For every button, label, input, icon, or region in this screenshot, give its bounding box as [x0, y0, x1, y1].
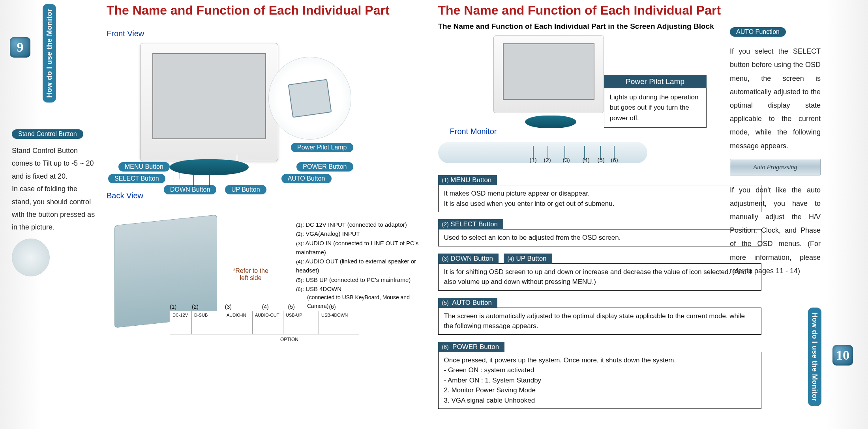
label-power-pilot-lamp: Power Pilot Lamp — [291, 143, 353, 152]
right-page-subtitle: The Name and Function of Each Individual… — [438, 22, 762, 31]
port-strip: DC-12V D-SUB AUDIO-IN AUDIO-OUT USB-UP U… — [170, 311, 359, 334]
port-strip-numbers: (1) (2) (3) (4) (5) (6) — [170, 304, 359, 310]
front-view-figure: Power Pilot Lamp POWER Button AUTO Butto… — [107, 43, 422, 189]
ppl-body: Lights up during the opera­tion but goes… — [604, 88, 707, 128]
label-select-button: SELECT Button — [108, 174, 165, 183]
front-view-caption: Front View — [107, 29, 144, 38]
stand-control-image — [12, 239, 50, 276]
button-strip: (1) (2) (3) (4) (5) (6) — [438, 142, 647, 166]
label-down-button: DOWN Button — [164, 185, 216, 194]
section-tab-left: How do I use the Monitor — [43, 4, 56, 103]
auto-function-heading: AUTO Function — [730, 27, 786, 37]
sidebar-auto-function: AUTO Function If you select the SELECT b… — [730, 25, 821, 278]
monitor-front-image — [140, 43, 278, 161]
label-menu-button: MENU Button — [118, 162, 170, 172]
front-monitor-caption: Front Monitor — [450, 127, 497, 136]
stand-control-body: Stand Control Button comes to Tilt up to… — [12, 144, 99, 234]
back-view-figure: *Refer to the left side (1): DC 12V INPU… — [107, 212, 422, 378]
callout-down-up-button: (3) DOWN Button (4) UP Button It is for … — [438, 254, 762, 291]
front-monitor-image — [493, 35, 604, 128]
power-pilot-lamp-callout: Power Pilot Lamp Lights up during the op… — [604, 75, 707, 128]
label-auto-button: AUTO Button — [281, 174, 332, 183]
callout-menu-button: (1) MENU Button It makes OSD menu pictur… — [438, 175, 762, 212]
auto-function-body2: If you don't like the auto adjustment, y… — [730, 183, 821, 278]
port-strip-option-caption: OPTION — [280, 337, 298, 342]
page-number-left: 9 — [10, 37, 30, 58]
callout-auto-button: (5) AUTO Button The screen is automatica… — [438, 298, 762, 335]
auto-function-body1: If you select the SELECT button before u… — [730, 45, 821, 153]
refer-note: *Refer to the left side — [229, 267, 272, 282]
stand-control-heading: Stand Control Button — [12, 129, 83, 139]
left-page-title: The Name and Function of Each Individual… — [107, 2, 422, 18]
callout-power-button: (6) POWER Button Once pressed, it powers… — [438, 342, 762, 409]
sidebar-stand-control: Stand Control Button Stand Control Butto… — [0, 129, 99, 276]
auto-progressing-box: Auto Progressing — [730, 159, 821, 175]
ppl-heading: Power Pilot Lamp — [604, 75, 707, 88]
right-page-title: The Name and Function of Each Individual… — [438, 2, 762, 18]
section-tab-right: How do I use the Monitor — [808, 308, 821, 406]
back-view-caption: Back View — [107, 191, 143, 200]
callout-select-button: (2) SELECT Button Used to select an icon… — [438, 219, 762, 246]
label-power-button: POWER Button — [296, 162, 353, 172]
page-number-right: 10 — [832, 345, 853, 366]
monitor-tilt-thumbnail — [268, 57, 351, 140]
label-up-button: UP Button — [225, 185, 266, 194]
